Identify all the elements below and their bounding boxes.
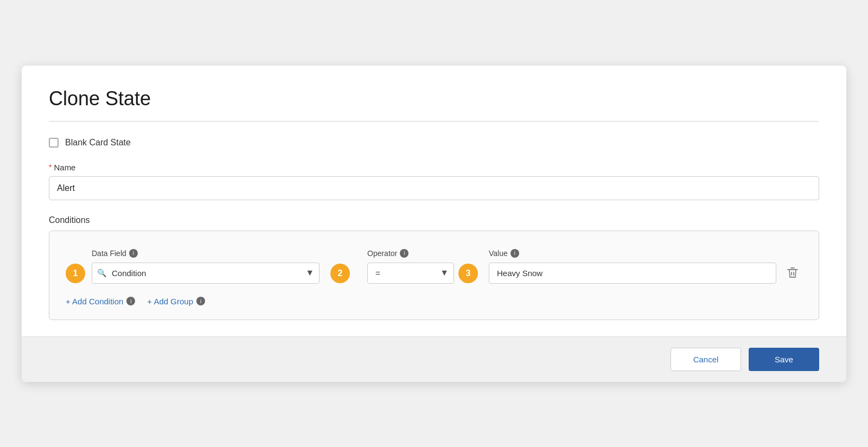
add-group-info-icon[interactable]: i [196,297,205,305]
conditions-box: 1 Data Field i 🔍 Condition [49,231,819,320]
add-buttons-row: + Add Condition i + Add Group i [66,297,802,306]
dialog-title: Clone State [49,87,819,110]
value-info-icon[interactable]: i [510,249,519,258]
data-field-select[interactable]: Condition [92,263,320,284]
value-header: Value i [489,247,776,259]
conditions-label: Conditions [49,215,819,225]
step2-badge: 2 [330,264,350,283]
operator-col: Operator i = ▼ [367,247,454,284]
name-label-row: * Name [49,163,819,172]
delete-condition-button[interactable] [783,263,802,286]
blank-card-row: Blank Card State [49,138,819,148]
add-group-button[interactable]: + Add Group [147,297,193,306]
cancel-button[interactable]: Cancel [671,348,741,371]
clone-state-dialog: Clone State Blank Card State * Name Cond… [22,66,846,382]
operator-select[interactable]: = [367,263,454,284]
value-input[interactable] [489,263,776,284]
add-condition-button[interactable]: + Add Condition [66,297,123,306]
operator-header: Operator i [367,247,454,259]
value-label: Value [489,249,508,258]
condition-row: 1 Data Field i 🔍 Condition [66,247,802,286]
data-field-select-wrapper: 🔍 Condition ▼ [92,263,320,284]
operator-label: Operator [367,249,397,258]
data-field-info-icon[interactable]: i [129,249,138,258]
dialog-footer: Cancel Save [22,336,846,382]
name-label: Name [54,163,75,172]
blank-card-checkbox[interactable] [49,138,59,148]
operator-select-wrapper: = ▼ [367,263,454,284]
name-input[interactable] [49,176,819,200]
value-col: Value i [489,247,776,284]
add-condition-info-icon[interactable]: i [126,297,135,305]
step1-badge: 1 [66,264,85,283]
title-divider [49,121,819,122]
save-button[interactable]: Save [749,348,819,371]
operator-info-icon[interactable]: i [400,249,409,258]
fields-row: Data Field i 🔍 Condition ▼ 2 [92,247,802,286]
data-field-header: Data Field i [92,247,320,259]
dialog-body: Clone State Blank Card State * Name Cond… [22,66,846,336]
required-star: * [49,163,52,171]
blank-card-label: Blank Card State [65,138,131,148]
data-field-col: Data Field i 🔍 Condition ▼ [92,247,320,284]
step3-badge: 3 [458,264,478,283]
data-field-label: Data Field [92,249,126,258]
